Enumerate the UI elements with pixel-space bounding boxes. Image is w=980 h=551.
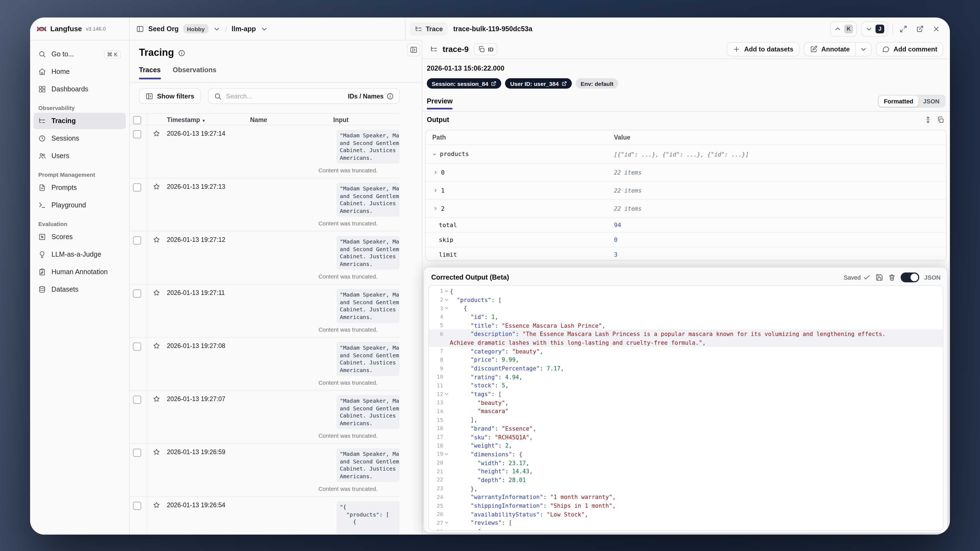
code-text: "availabilityStatus": "Low Stock", [450,511,943,518]
star-icon[interactable] [153,183,160,190]
star-icon[interactable] [153,236,160,244]
tab-traces[interactable]: Traces [139,66,161,79]
json-toggle[interactable] [900,272,919,282]
collapse-detail-button[interactable] [407,43,420,56]
prev-trace-button[interactable]: K [830,21,857,37]
row-input-preview[interactable]: "Madam Speaker, Ma and Second Gentlem Ca… [337,342,399,376]
row-timestamp[interactable]: 2026-01-13 19:27:14 [167,130,226,137]
format-option-json[interactable]: JSON [918,96,945,107]
show-filters-button[interactable]: Show filters [139,88,201,104]
sidebar-item-tracing[interactable]: Tracing [33,113,126,129]
row-checkbox[interactable] [133,342,141,351]
annotate-button[interactable]: Annotate [804,42,855,56]
badge-user-id[interactable]: User ID: user_384 [505,78,572,89]
goto-search[interactable]: Go to... ⌘ K [33,46,126,62]
output-path[interactable]: 1 [426,187,614,194]
tab-observations[interactable]: Observations [173,66,216,79]
add-to-datasets-button[interactable]: Add to datasets [727,42,799,56]
search-mode[interactable]: IDs / Names [348,92,394,100]
fold-arrow-icon[interactable] [443,452,450,456]
output-path[interactable]: skip [426,236,614,243]
row-checkbox[interactable] [133,449,141,457]
chevron-right-icon[interactable] [433,170,438,175]
row-input-preview[interactable]: "Madam Speaker, Ma and Second Gentlem Ca… [337,448,399,482]
select-all-checkbox[interactable] [133,116,141,124]
output-path[interactable]: 0 [426,169,614,176]
chevron-down-icon[interactable] [260,25,268,33]
star-icon[interactable] [153,130,160,137]
row-timestamp[interactable]: 2026-01-13 19:26:59 [167,449,226,455]
expand-rows-icon[interactable] [924,116,932,124]
open-external-button[interactable] [914,25,926,33]
chevron-right-icon[interactable] [433,206,438,211]
column-name[interactable]: Name [250,116,267,123]
row-input-preview[interactable]: "Madam Speaker, Ma and Second Gentlem Ca… [337,395,399,429]
sidebar-item-users[interactable]: Users [33,148,126,164]
row-checkbox[interactable] [133,502,141,510]
fold-arrow-icon[interactable] [443,529,450,531]
sidebar-toggle-icon[interactable] [136,25,144,33]
chevron-down-icon[interactable] [432,151,437,156]
save-icon[interactable] [875,274,883,281]
next-trace-button[interactable]: J [861,21,888,37]
column-timestamp[interactable]: Timestamp ▼ [167,116,205,123]
row-timestamp[interactable]: 2026-01-13 19:27:13 [167,183,226,190]
sidebar-item-llm-as-a-judge[interactable]: LLM-as-a-Judge [33,246,126,263]
output-path[interactable]: total [426,221,614,228]
row-timestamp[interactable]: 2026-01-13 19:26:54 [167,502,226,508]
row-input-preview[interactable]: "Madam Speaker, Ma and Second Gentlem Ca… [337,236,399,270]
row-timestamp[interactable]: 2026-01-13 19:27:12 [167,236,226,243]
add-comment-button[interactable]: Add comment [876,42,943,56]
output-path[interactable]: limit [426,251,614,258]
output-path[interactable]: products [426,150,614,158]
fold-arrow-icon[interactable] [443,298,450,302]
sidebar-item-sessions[interactable]: Sessions [33,130,126,147]
row-input-preview[interactable]: "Madam Speaker, Ma and Second Gentlem Ca… [337,130,399,164]
chevron-right-icon[interactable] [433,188,438,193]
column-input[interactable]: Input [333,116,348,123]
expand-button[interactable] [897,25,909,33]
chevron-down-icon[interactable] [213,25,221,33]
row-checkbox[interactable] [133,290,141,298]
star-icon[interactable] [153,501,160,509]
row-input-preview[interactable]: "Madam Speaker, Ma and Second Gentlem Ca… [337,183,399,217]
output-path[interactable]: 2 [426,205,614,212]
sidebar-item-datasets[interactable]: Datasets [33,281,126,298]
sidebar-item-scores[interactable]: Scores [33,229,126,245]
breadcrumb-org[interactable]: Seed Org [148,25,179,33]
fold-arrow-icon[interactable] [443,289,450,293]
fold-arrow-icon[interactable] [443,521,450,525]
row-input-preview[interactable]: "Madam Speaker, Ma and Second Gentlem Ca… [337,289,399,323]
tab-preview[interactable]: Preview [427,97,453,105]
annotate-menu-button[interactable] [855,42,872,56]
table-body: 2026-01-13 19:27:14"Madam Speaker, Ma an… [129,125,400,535]
format-option-formatted[interactable]: Formatted [879,96,918,107]
sidebar-item-home[interactable]: Home [33,64,126,80]
sidebar-item-human-annotation[interactable]: Human Annotation [33,264,126,280]
star-icon[interactable] [153,342,160,350]
json-code-editor[interactable]: 1{2 "products": [3 {4 "id": 1,5 "title":… [428,285,943,531]
fold-arrow-icon[interactable] [443,306,450,310]
trash-icon[interactable] [888,274,896,281]
row-checkbox[interactable] [133,130,141,139]
sidebar-item-prompts[interactable]: Prompts [33,180,126,196]
row-checkbox[interactable] [133,396,141,404]
search-input[interactable]: Search... IDs / Names [208,88,400,104]
row-checkbox[interactable] [133,183,141,191]
star-icon[interactable] [153,395,160,403]
star-icon[interactable] [153,289,160,296]
fold-arrow-icon[interactable] [443,392,450,396]
sidebar-item-playground[interactable]: Playground [33,197,126,213]
copy-output-icon[interactable] [937,116,945,124]
breadcrumb-project[interactable]: llm-app [231,25,256,33]
row-input-preview[interactable]: "{ "products": [ { [337,501,399,535]
row-timestamp[interactable]: 2026-01-13 19:27:08 [167,342,226,349]
badge-session[interactable]: Session: session_84 [427,78,501,89]
row-checkbox[interactable] [133,236,141,245]
star-icon[interactable] [153,448,160,456]
row-timestamp[interactable]: 2026-01-13 19:27:11 [167,290,225,296]
close-panel-button[interactable] [930,25,942,33]
copy-id-chip[interactable]: ID [474,43,497,55]
sidebar-item-dashboards[interactable]: Dashboards [33,81,126,97]
row-timestamp[interactable]: 2026-01-13 19:27:07 [167,396,226,402]
